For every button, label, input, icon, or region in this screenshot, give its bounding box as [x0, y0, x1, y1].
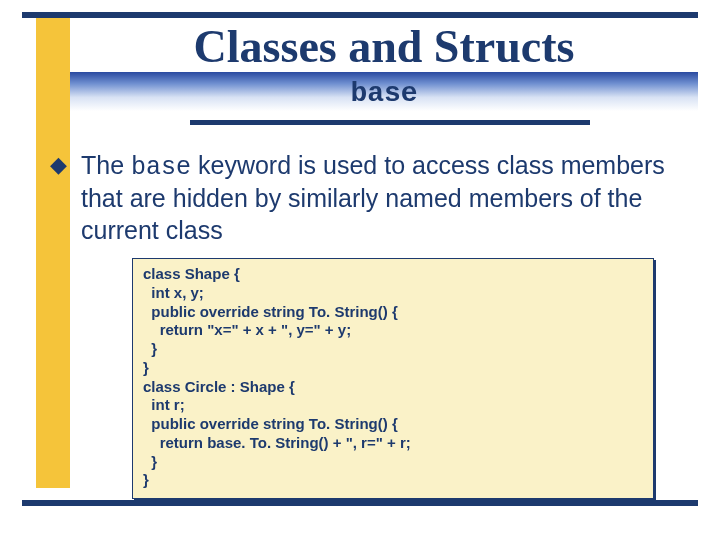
bullet-marker: ◆: [50, 150, 67, 246]
accent-column: [36, 18, 70, 488]
code-block: class Shape { int x, y; public override …: [132, 258, 654, 499]
subtitle-underline: [190, 120, 590, 125]
bullet-prefix: The: [81, 151, 131, 179]
title-block: Classes and Structs base: [70, 24, 698, 118]
body-text: ◆ The base keyword is used to access cla…: [50, 150, 680, 246]
top-rule: [22, 12, 698, 18]
slide-title: Classes and Structs: [70, 24, 698, 70]
title-gradient: base: [70, 72, 698, 118]
bullet-text: The base keyword is used to access class…: [81, 150, 680, 246]
bullet-item: ◆ The base keyword is used to access cla…: [50, 150, 680, 246]
bullet-keyword: base: [131, 153, 191, 182]
bottom-rule: [22, 500, 698, 506]
slide-subtitle: base: [350, 78, 417, 109]
